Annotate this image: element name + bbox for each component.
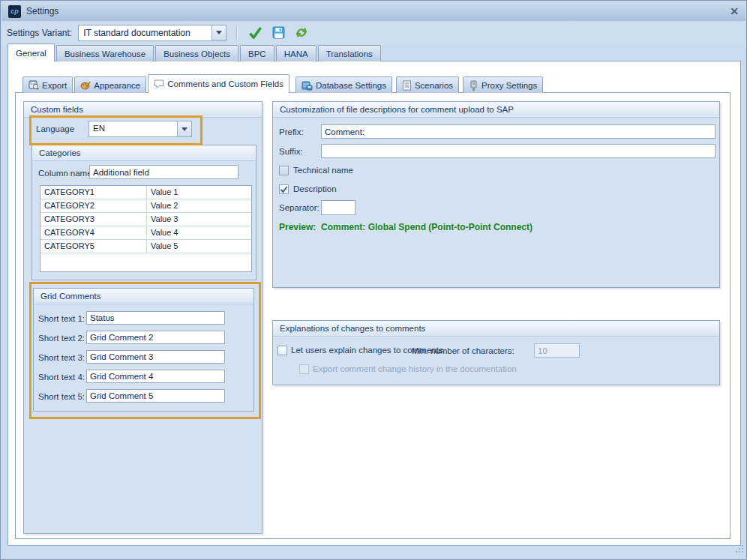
short-text-3-label: Short text 3: — [38, 353, 85, 362]
short-text-4-input[interactable] — [86, 370, 225, 383]
subtab-appearance[interactable]: Appearance — [74, 76, 146, 93]
technical-name-checkbox[interactable] — [279, 166, 289, 175]
custom-fields-header: Custom fields — [24, 102, 262, 118]
description-checkbox[interactable] — [279, 184, 289, 194]
table-row[interactable]: CATEGORY2Value 2 — [40, 199, 251, 213]
table-row[interactable]: CATEGORY5Value 5 — [40, 240, 251, 253]
settings-window: cp Settings ✕ Settings Variant: IT stand… — [0, 0, 747, 560]
column-name-input[interactable] — [89, 165, 238, 179]
subtab-export[interactable]: Export — [22, 76, 73, 93]
explanations-header: Explanations of changes to comments — [273, 321, 719, 337]
tab-bpc[interactable]: BPC — [240, 45, 274, 61]
settings-variant-dropdown-button[interactable] — [212, 25, 226, 40]
settings-variant-combobox[interactable]: IT standard documentation — [78, 25, 226, 41]
language-value: EN — [89, 121, 177, 136]
customization-header: Customization of file descriptions for c… — [273, 102, 719, 118]
short-text-2-label: Short text 2: — [38, 334, 85, 343]
tab-general[interactable]: General — [8, 43, 55, 61]
subtab-label: Proxy Settings — [482, 81, 537, 90]
tab-business-warehouse[interactable]: Business Warehouse — [56, 45, 154, 61]
export-icon — [28, 80, 39, 91]
proxy-icon — [469, 80, 478, 91]
save-icon — [272, 26, 285, 39]
category-cell[interactable]: CATEGORY3 — [40, 213, 147, 226]
language-combobox[interactable]: EN — [88, 121, 192, 137]
settings-variant-label: Settings Variant: — [7, 28, 72, 38]
short-text-1-input[interactable] — [86, 311, 225, 325]
export-history-label: Export comment change history in the doc… — [313, 364, 517, 373]
category-cell[interactable]: CATEGORY5 — [40, 240, 147, 253]
short-text-5-input[interactable] — [86, 389, 225, 403]
toolbar: Settings Variant: IT standard documentat… — [2, 21, 746, 44]
suffix-label: Suffix: — [279, 147, 303, 156]
table-row[interactable]: CATEGORY1Value 1 — [40, 186, 251, 199]
check-icon — [248, 26, 262, 39]
tab-label: HANA — [284, 49, 308, 58]
explanations-group: Explanations of changes to comments Let … — [272, 320, 720, 385]
appearance-icon — [80, 80, 91, 91]
language-dropdown-button[interactable] — [177, 121, 191, 136]
category-cell[interactable]: CATEGORY4 — [40, 226, 147, 239]
resize-grip[interactable] — [735, 543, 744, 556]
value-cell[interactable]: Value 4 — [147, 226, 251, 239]
title-bar: cp Settings ✕ — [2, 1, 746, 21]
sub-tab-bar: Export Appearance Comments and Custom Fi… — [22, 75, 543, 93]
tab-label: Translations — [326, 49, 373, 58]
main-tab-bar: General Business Warehouse Business Obje… — [8, 44, 381, 61]
short-text-3-input[interactable] — [86, 350, 225, 364]
prefix-label: Prefix: — [279, 127, 304, 136]
let-users-explain-checkbox[interactable] — [278, 346, 287, 355]
refresh-icon — [295, 26, 308, 39]
tab-business-objects[interactable]: Business Objects — [155, 45, 238, 61]
general-tab-page: Export Appearance Comments and Custom Fi… — [8, 61, 741, 546]
categories-group: Categories Column name: CATEGORY1Value 1… — [32, 145, 256, 280]
value-cell[interactable]: Value 2 — [147, 199, 251, 212]
tab-label: Business Objects — [164, 49, 230, 58]
tab-label: Business Warehouse — [64, 49, 146, 58]
subtab-label: Appearance — [94, 81, 140, 90]
prefix-input[interactable] — [321, 124, 716, 139]
window-title: Settings — [26, 6, 58, 16]
category-cell[interactable]: CATEGORY2 — [40, 199, 147, 212]
subtab-proxy-settings[interactable]: Proxy Settings — [463, 76, 543, 93]
app-icon: cp — [8, 5, 21, 18]
description-label: Description — [293, 184, 337, 193]
column-name-label: Column name: — [38, 169, 94, 178]
scenarios-icon — [402, 80, 412, 91]
close-icon[interactable]: ✕ — [730, 6, 739, 16]
category-cell[interactable]: CATEGORY1 — [40, 186, 147, 199]
min-characters-input[interactable] — [534, 343, 580, 358]
database-icon — [302, 80, 313, 91]
categories-table: CATEGORY1Value 1 CATEGORY2Value 2 CATEGO… — [40, 185, 252, 272]
suffix-input[interactable] — [321, 144, 716, 158]
categories-header: Categories — [32, 145, 256, 161]
preview-value: Comment: Global Spend (Point-to-Point Co… — [321, 222, 532, 232]
tab-translations[interactable]: Translations — [318, 45, 381, 61]
value-cell[interactable]: Value 1 — [147, 186, 251, 199]
subtab-database-settings[interactable]: Database Settings — [296, 76, 392, 93]
table-row[interactable]: CATEGORY3Value 3 — [40, 213, 251, 226]
check-icon — [280, 186, 288, 193]
subtab-label: Comments and Custom Fields — [167, 79, 284, 88]
subtab-label: Export — [42, 81, 67, 90]
save-button[interactable] — [268, 24, 288, 42]
tab-hana[interactable]: HANA — [276, 45, 316, 61]
export-history-checkbox — [299, 364, 309, 374]
subtab-scenarios[interactable]: Scenarios — [396, 76, 459, 93]
short-text-1-label: Short text 1: — [38, 314, 85, 323]
grid-comments-header: Grid Comments — [34, 289, 254, 304]
separator-label: Separator: — [279, 203, 320, 212]
short-text-2-input[interactable] — [86, 331, 225, 344]
value-cell[interactable]: Value 3 — [147, 213, 251, 226]
value-cell[interactable]: Value 5 — [147, 240, 251, 253]
chevron-down-icon — [182, 127, 188, 131]
subtab-comments-and-custom-fields[interactable]: Comments and Custom Fields — [148, 74, 290, 93]
apply-button[interactable] — [245, 24, 265, 42]
table-row[interactable]: CATEGORY4Value 4 — [40, 226, 251, 240]
separator-input[interactable] — [321, 200, 356, 215]
preview-label: Preview: — [279, 222, 316, 232]
comments-icon — [154, 79, 164, 89]
toolbar-separator — [236, 25, 237, 40]
short-text-4-label: Short text 4: — [38, 373, 85, 382]
refresh-button[interactable] — [292, 24, 311, 42]
